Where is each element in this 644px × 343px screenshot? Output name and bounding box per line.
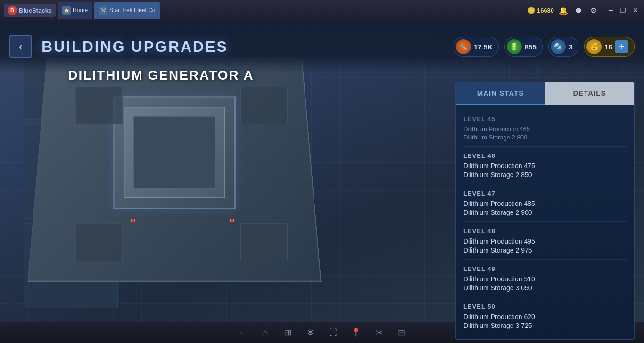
currency-value: 16680	[537, 7, 554, 14]
level-48-label: LEVEL 48	[463, 228, 627, 235]
back-icon: ‹	[19, 40, 23, 53]
gold-value: 16	[604, 43, 612, 51]
add-gold-button[interactable]: +	[615, 40, 628, 53]
screws-icon: 🔧	[456, 39, 471, 54]
level-group-46: LEVEL 46 Dilithium Production 475 Dilith…	[463, 147, 627, 184]
level-group-50: LEVEL 50 Dilithium Production 620 Dilith…	[463, 297, 627, 335]
bluestacks-logo[interactable]: B BlueStacks	[4, 4, 56, 17]
corner-piece-br	[240, 223, 288, 261]
tab-startrek[interactable]: ⚔️ Star Trek Fleet Co	[94, 2, 160, 19]
back-nav-icon[interactable]: ←	[235, 325, 250, 340]
corner-piece-tl	[75, 87, 123, 124]
corner-piece-tr	[240, 87, 288, 124]
level-47-stat-1: Dilithium Production 485	[463, 200, 627, 207]
restore-btn[interactable]: ❐	[618, 6, 628, 15]
location-icon[interactable]: 📍	[348, 325, 363, 340]
blue-icon: 🔩	[551, 39, 566, 54]
close-btn[interactable]: ✕	[631, 6, 640, 15]
gold-icon: 💰	[586, 39, 602, 54]
notification-icon[interactable]: 🔔	[558, 5, 569, 16]
level-46-label: LEVEL 46	[463, 152, 627, 159]
eye-icon[interactable]: 👁	[303, 325, 318, 340]
level-group-49: LEVEL 49 Dilithium Production 510 Dilith…	[463, 260, 627, 297]
back-button[interactable]: ‹	[9, 35, 32, 58]
record-icon[interactable]: ⏺	[573, 5, 584, 16]
tab-details[interactable]: DETAILS	[545, 82, 634, 105]
level-46-stat-2: Dilithium Storage 2,850	[463, 171, 627, 179]
level-48-stat-1: Dilithium Production 495	[463, 237, 627, 245]
resource-screws: 🔧 17.5K	[454, 37, 499, 57]
level-45-stat-1: Dilithium Production 465	[463, 125, 627, 132]
header-bar: ‹ BUILDING UPGRADES 🔧 17.5K 🔋 855 🔩 3 💰 …	[0, 21, 644, 73]
expand-icon[interactable]: ⛶	[326, 325, 341, 340]
red-marker-7	[131, 219, 135, 222]
resource-gold: 💰 16 +	[584, 37, 635, 57]
page-title: BUILDING UPGRADES	[41, 38, 228, 56]
startrek-tab-icon: ⚔️	[99, 6, 107, 15]
tab-main-stats[interactable]: MAIN STATS	[456, 82, 545, 105]
currency-display: 16680	[528, 7, 554, 14]
scissors-icon[interactable]: ✂	[371, 325, 386, 340]
blue-value: 3	[569, 43, 572, 51]
settings-icon[interactable]: ⚙	[588, 5, 599, 16]
level-49-label: LEVEL 49	[463, 265, 627, 272]
game-area: 21 23 ‹ BUILDING UPG	[0, 21, 644, 343]
panel-tabs: MAIN STATS DETAILS	[456, 82, 634, 105]
level-group-47: LEVEL 47 Dilithium Production 485 Dilith…	[463, 184, 627, 222]
tab-home[interactable]: 🏠 Home	[58, 2, 92, 19]
keyboard-icon[interactable]: ⊞	[281, 325, 296, 340]
screws-value: 17.5K	[474, 43, 493, 51]
panel-content[interactable]: LEVEL 45 Dilithium Production 465 Dilith…	[456, 105, 634, 339]
coin-icon	[528, 7, 535, 14]
level-47-stat-2: Dilithium Storage 2,900	[463, 209, 627, 216]
taskbar-right: 16680 🔔 ⏺ ⚙ ─ ❐ ✕	[528, 5, 640, 16]
minimize-btn[interactable]: ─	[607, 6, 615, 15]
green-value: 855	[525, 43, 537, 51]
level-group-45: LEVEL 45 Dilithium Production 465 Dilith…	[463, 110, 627, 147]
level-46-stat-1: Dilithium Production 475	[463, 162, 627, 170]
window-controls: ─ ❐ ✕	[607, 6, 640, 15]
menu-icon[interactable]: ⊟	[394, 325, 409, 340]
level-group-48: LEVEL 48 Dilithium Production 495 Dilith…	[463, 222, 627, 260]
stats-panel: MAIN STATS DETAILS LEVEL 45 Dilithium Pr…	[455, 82, 635, 340]
level-50-stat-2: Dilithium Storage 3,725	[463, 322, 627, 329]
level-48-stat-2: Dilithium Storage 2,975	[463, 246, 627, 254]
home-tab-label: Home	[73, 7, 88, 14]
home-nav-icon[interactable]: ⌂	[258, 325, 273, 340]
resources-bar: 🔧 17.5K 🔋 855 🔩 3 💰 16 +	[454, 37, 635, 57]
level-47-label: LEVEL 47	[463, 190, 627, 197]
level-45-stat-2: Dilithium Storage 2,800	[463, 134, 627, 141]
level-45-label: LEVEL 45	[463, 115, 627, 122]
home-tab-icon: 🏠	[62, 6, 71, 15]
level-50-label: LEVEL 50	[463, 303, 627, 310]
level-49-stat-1: Dilithium Production 510	[463, 275, 627, 283]
bs-icon: B	[8, 6, 17, 15]
green-icon: 🔋	[507, 39, 522, 54]
center-building	[113, 96, 236, 209]
startrek-tab-label: Star Trek Fleet Co	[109, 7, 155, 14]
bs-label: BlueStacks	[19, 7, 52, 14]
level-49-stat-2: Dilithium Storage 3,050	[463, 284, 627, 292]
corner-piece-bl	[75, 223, 123, 261]
red-marker-8	[230, 219, 234, 222]
resource-blue: 🔩 3	[548, 37, 578, 57]
resource-green: 🔋 855	[504, 37, 543, 57]
level-50-stat-1: Dilithium Production 620	[463, 313, 627, 320]
top-taskbar: B BlueStacks 🏠 Home ⚔️ Star Trek Fleet C…	[0, 0, 644, 21]
building-name: DILITHIUM GENERATOR A	[0, 68, 322, 83]
